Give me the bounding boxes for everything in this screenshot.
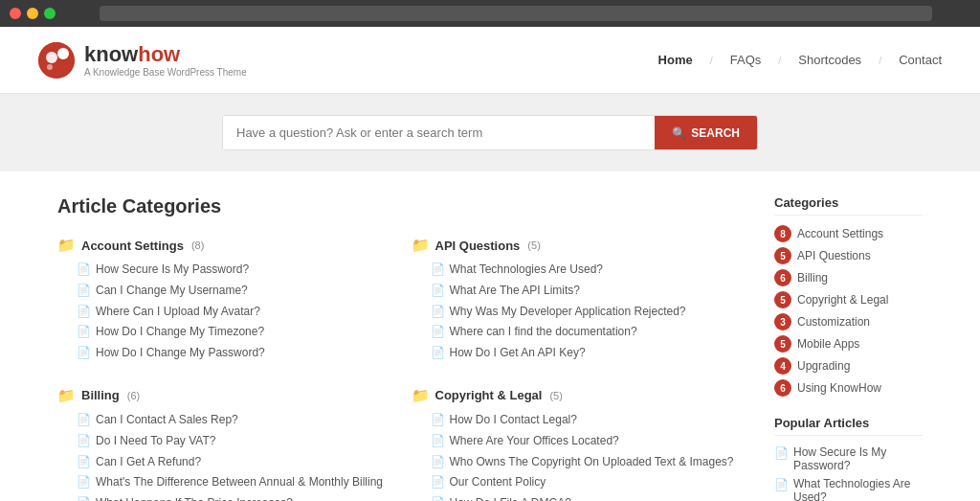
category-badge: 5 [774, 247, 791, 264]
article-link[interactable]: Why Was My Developer Application Rejecte… [450, 304, 686, 320]
category-header: 📁 Account Settings (8) [57, 237, 392, 254]
list-item: 📄What Technologies Are Used? [412, 262, 746, 278]
logo-icon [38, 42, 75, 79]
sidebar-categories: Categories 8 Account Settings 5 API Ques… [774, 195, 923, 397]
doc-icon: 📄 [77, 284, 91, 297]
sidebar-category-copyright[interactable]: Copyright & Legal [797, 293, 888, 307]
main-nav: Home / FAQs / Shortcodes / Contact [658, 53, 942, 67]
list-item: 6 Billing [774, 269, 923, 286]
svg-point-2 [59, 50, 67, 57]
list-item: 📄 How Secure Is My Password? [774, 445, 923, 472]
article-link[interactable]: What Happens If The Price Increases? [96, 495, 293, 501]
list-item: 📄How Do I Change My Timezone? [57, 324, 392, 340]
popular-article-link[interactable]: How Secure Is My Password? [793, 445, 923, 472]
article-link[interactable]: What Technologies Are Used? [450, 262, 604, 278]
site-header: knowhow A Knowledge Base WordPress Theme… [0, 27, 980, 94]
doc-icon: 📄 [77, 455, 91, 468]
article-link[interactable]: What Are The API Limits? [450, 283, 581, 299]
list-item: 📄What Happens If The Price Increases? [57, 495, 392, 501]
folder-icon: 📁 [412, 387, 430, 404]
category-badge: 5 [774, 335, 791, 353]
list-item: 6 Using KnowHow [774, 379, 923, 397]
sidebar-popular-title: Popular Articles [774, 416, 923, 436]
category-account-settings: 📁 Account Settings (8) 📄How Secure Is My… [57, 237, 392, 366]
list-item: 📄Our Content Policy [412, 474, 746, 490]
category-title: Copyright & Legal [435, 388, 543, 402]
article-link[interactable]: Can I Contact A Sales Rep? [96, 412, 238, 428]
article-link[interactable]: Do I Need To Pay VAT? [96, 433, 215, 449]
search-input[interactable] [223, 116, 655, 149]
list-item: 📄What Are The API Limits? [412, 283, 746, 299]
sidebar-category-upgrading[interactable]: Upgrading [797, 359, 850, 373]
sidebar-category-api[interactable]: API Questions [797, 249, 871, 262]
list-item: 📄Can I Get A Refund? [57, 454, 392, 470]
list-item: 4 Upgrading [774, 357, 923, 375]
article-link[interactable]: How Do I Contact Legal? [450, 412, 577, 428]
article-link[interactable]: Where can I find the documentation? [450, 324, 637, 340]
list-item: 5 Copyright & Legal [774, 291, 923, 308]
list-item: 📄How Do I File A DMCA? [412, 495, 746, 501]
doc-icon: 📄 [431, 305, 445, 318]
list-item: 📄Do I Need To Pay VAT? [57, 433, 392, 449]
list-item: 📄Why Was My Developer Application Reject… [412, 304, 746, 320]
sidebar-categories-list: 8 Account Settings 5 API Questions 6 Bil… [774, 225, 923, 397]
doc-icon: 📄 [431, 413, 445, 426]
article-link[interactable]: What's The Difference Between Annual & M… [96, 474, 383, 490]
doc-icon: 📄 [774, 446, 789, 460]
url-bar[interactable] [100, 6, 932, 21]
article-link[interactable]: How Secure Is My Password? [96, 262, 249, 278]
nav-faqs[interactable]: FAQs [730, 53, 762, 67]
category-count: (8) [191, 239, 204, 251]
category-articles: 📄How Secure Is My Password? 📄Can I Chang… [57, 262, 392, 361]
doc-icon: 📄 [77, 305, 91, 318]
doc-icon: 📄 [77, 262, 91, 276]
sidebar-category-mobile[interactable]: Mobile Apps [797, 337, 859, 351]
article-link[interactable]: Where Are Your Offices Located? [450, 433, 619, 449]
list-item: 📄How Do I Change My Password? [57, 345, 392, 361]
sidebar-category-customization[interactable]: Customization [797, 315, 870, 329]
article-link[interactable]: Can I Change My Username? [96, 283, 248, 299]
search-button[interactable]: 🔍 SEARCH [655, 116, 757, 149]
list-item: 📄Where Can I Upload My Avatar? [57, 304, 392, 320]
article-link[interactable]: Who Owns The Copyright On Uploaded Text … [450, 454, 734, 470]
article-link[interactable]: Our Content Policy [450, 474, 546, 490]
article-link[interactable]: How Do I Get An API Key? [450, 345, 586, 361]
category-api-questions: 📁 API Questions (5) 📄What Technologies A… [412, 237, 746, 366]
sidebar-category-billing[interactable]: Billing [797, 271, 828, 285]
article-link[interactable]: How Do I Change My Password? [96, 345, 265, 361]
sidebar-category-using[interactable]: Using KnowHow [797, 381, 881, 395]
minimize-dot[interactable] [27, 8, 38, 19]
logo-wordmark: knowhow [84, 42, 247, 67]
article-link[interactable]: How Do I File A DMCA? [450, 495, 571, 501]
article-link[interactable]: Can I Get A Refund? [96, 454, 201, 470]
search-label: SEARCH [691, 126, 740, 140]
nav-contact[interactable]: Contact [899, 53, 942, 67]
sidebar-category-account-settings[interactable]: Account Settings [797, 227, 883, 240]
category-articles: 📄What Technologies Are Used? 📄What Are T… [412, 262, 746, 361]
doc-icon: 📄 [774, 478, 789, 491]
maximize-dot[interactable] [44, 8, 56, 19]
search-section: 🔍 SEARCH [0, 94, 980, 171]
category-count: (5) [527, 239, 540, 251]
list-item: 5 Mobile Apps [774, 335, 923, 353]
category-header: 📁 Copyright & Legal (5) [412, 387, 746, 404]
doc-icon: 📄 [431, 262, 445, 276]
list-item: 📄How Do I Contact Legal? [412, 412, 746, 428]
category-badge: 4 [774, 357, 791, 375]
category-badge: 6 [774, 269, 791, 286]
list-item: 📄How Do I Get An API Key? [412, 345, 746, 361]
close-dot[interactable] [10, 8, 21, 19]
sidebar: Categories 8 Account Settings 5 API Ques… [774, 195, 923, 501]
nav-home[interactable]: Home [658, 53, 693, 67]
doc-icon: 📄 [431, 496, 445, 501]
article-link[interactable]: Where Can I Upload My Avatar? [96, 304, 260, 320]
list-item: 📄 What Technologies Are Used? [774, 477, 923, 501]
popular-article-link[interactable]: What Technologies Are Used? [793, 477, 923, 501]
category-badge: 5 [774, 291, 791, 308]
doc-icon: 📄 [77, 496, 91, 501]
nav-shortcodes[interactable]: Shortcodes [798, 53, 861, 67]
category-badge: 8 [774, 225, 791, 242]
doc-icon: 📄 [431, 455, 445, 468]
list-item: 5 API Questions [774, 247, 923, 264]
article-link[interactable]: How Do I Change My Timezone? [96, 324, 264, 340]
